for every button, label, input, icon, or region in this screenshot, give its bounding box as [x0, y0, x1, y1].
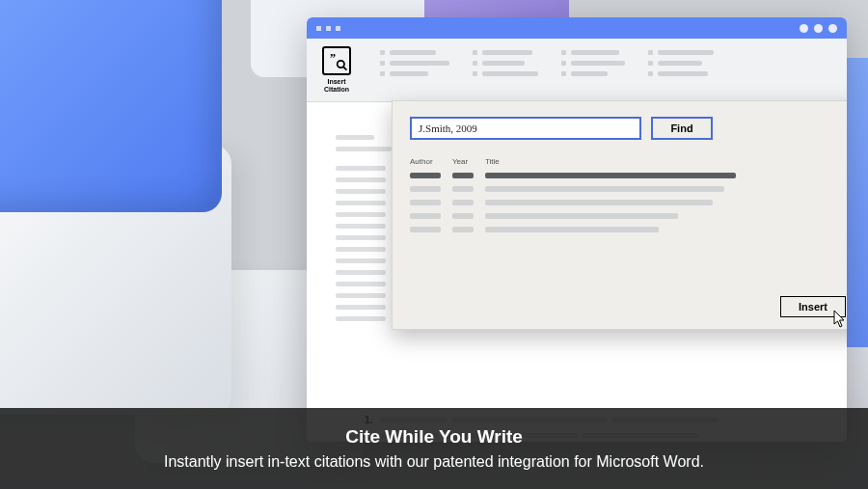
insert-citation-icon: ”	[322, 46, 351, 75]
bg-shape-blue-left	[0, 0, 222, 212]
svg-point-1	[338, 61, 344, 68]
titlebar-left-icon	[316, 26, 340, 31]
ribbon-placeholder-group	[380, 46, 449, 76]
find-button[interactable]: Find	[651, 117, 713, 140]
document-area: Find Author Year Title	[307, 102, 847, 442]
window-control-dot[interactable]	[800, 24, 808, 33]
result-row[interactable]	[410, 173, 846, 178]
svg-line-2	[343, 67, 346, 69]
col-author: Author	[410, 157, 441, 166]
ribbon-placeholder-group	[561, 46, 625, 76]
result-row[interactable]	[410, 227, 846, 232]
insert-citation-button[interactable]: ” Insert Citation	[316, 46, 357, 93]
caption-subtitle: Instantly insert in-text citations with …	[164, 453, 704, 471]
cursor-icon	[832, 310, 847, 329]
caption-title: Cite While You Write	[345, 426, 523, 448]
ribbon-tool-label: Insert Citation	[316, 78, 357, 93]
svg-text:”: ”	[330, 51, 336, 65]
titlebar	[307, 17, 847, 39]
window-control-dot[interactable]	[814, 24, 823, 33]
result-row[interactable]	[410, 200, 846, 205]
result-row[interactable]	[410, 186, 846, 192]
results-list	[410, 173, 846, 232]
ribbon-placeholder-group	[648, 46, 714, 76]
app-window: ” Insert Citation	[307, 17, 847, 442]
col-title: Title	[485, 157, 846, 166]
window-control-dot[interactable]	[828, 24, 837, 33]
citation-search-input[interactable]	[410, 117, 641, 140]
citation-dialog: Find Author Year Title	[392, 100, 847, 330]
ribbon: ” Insert Citation	[307, 39, 847, 102]
ribbon-placeholder-group	[473, 46, 538, 76]
result-row[interactable]	[410, 213, 846, 219]
window-controls[interactable]	[800, 24, 837, 33]
stage: ” Insert Citation	[0, 0, 868, 489]
caption-banner: Cite While You Write Instantly insert in…	[0, 408, 868, 489]
col-year: Year	[452, 157, 474, 166]
results-header: Author Year Title	[410, 157, 846, 169]
